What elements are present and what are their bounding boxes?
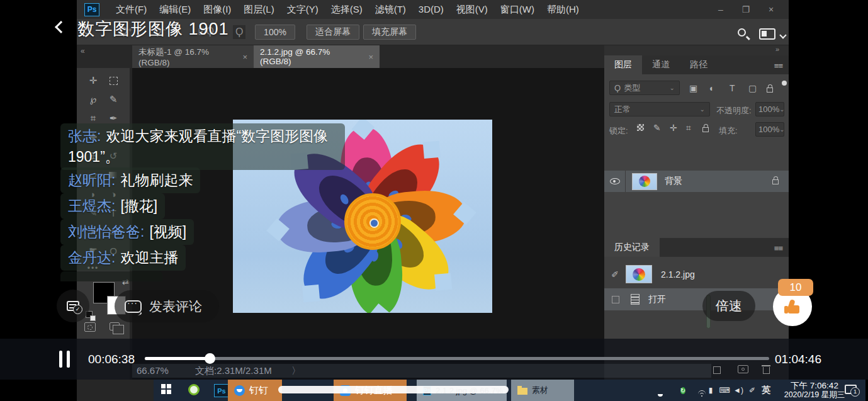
input-method-indicator[interactable]: 英 <box>759 385 773 396</box>
menu-help[interactable]: 帮助(H) <box>541 0 585 19</box>
hardware-icon[interactable]: ⌨ <box>718 386 731 395</box>
layer-visibility-cell[interactable] <box>604 171 626 192</box>
lock-transparent-icon[interactable] <box>637 124 644 131</box>
usb-device-icon[interactable]: ▮ <box>704 386 718 395</box>
quick-mask-icon[interactable] <box>84 322 96 332</box>
seek-bar[interactable] <box>145 357 769 360</box>
lock-all-icon[interactable] <box>702 124 709 134</box>
chat-username[interactable]: 刘恺怡爸爸: <box>68 223 144 240</box>
browser-icon[interactable] <box>188 384 200 395</box>
blend-mode-value: 正常 <box>614 104 631 115</box>
restore-icon[interactable]: ❐ <box>733 4 758 14</box>
chat-text: [撒花] <box>120 198 157 214</box>
menu-file[interactable]: 文件(F) <box>110 0 153 19</box>
taskbar-clock[interactable]: 下午 7:06:42 2020/2/19 星期三 <box>777 381 852 399</box>
menu-edit[interactable]: 编辑(E) <box>153 0 197 19</box>
menu-window[interactable]: 窗口(W) <box>494 0 541 19</box>
minimize-icon[interactable]: – <box>708 4 733 14</box>
tab-layers[interactable]: 图层 <box>604 55 642 74</box>
menu-select[interactable]: 选择(S) <box>325 0 369 19</box>
chat-text: 礼物刷起来 <box>120 172 193 188</box>
taskbar-dingtalk-button[interactable]: 钉钉 <box>228 380 282 401</box>
menu-filter[interactable]: 滤镜(T) <box>369 0 412 19</box>
lock-artboard-icon[interactable]: ⌗ <box>686 123 691 133</box>
taskbar-material-folder-button[interactable]: 素材 <box>511 380 574 401</box>
panel-menu-icon[interactable]: ≡≡ <box>774 244 782 257</box>
history-checkbox[interactable] <box>612 296 619 303</box>
quick-selection-tool-icon[interactable]: ✎ <box>106 92 121 107</box>
new-snapshot-camera-icon[interactable] <box>738 365 748 373</box>
menu-3d[interactable]: 3D(D) <box>412 0 450 19</box>
menu-layer[interactable]: 图层(L) <box>237 0 280 19</box>
new-doc-from-state-icon[interactable] <box>713 365 721 376</box>
tray-sync-icon[interactable]: ↻ <box>676 386 690 395</box>
layer-row-background[interactable]: 背景 <box>604 171 789 192</box>
tab-history[interactable]: 历史记录 <box>604 238 660 257</box>
zoom-100-button[interactable]: 100% <box>255 25 295 40</box>
back-button-icon[interactable] <box>55 21 67 33</box>
pause-button-icon[interactable] <box>67 351 70 368</box>
layer-filter-select[interactable]: Ϙ 类型 ⌄ <box>609 81 680 95</box>
layout-switch-icon[interactable] <box>759 28 775 40</box>
total-duration: 01:04:46 <box>775 353 821 366</box>
status-zoom-value[interactable]: 66.67% <box>137 365 169 376</box>
filter-adjustment-layers-icon[interactable]: ◐ <box>709 83 714 93</box>
close-icon[interactable]: × <box>758 4 784 14</box>
taskbar-scroll-pill[interactable] <box>278 386 509 393</box>
pen-input-icon[interactable]: ✐ <box>745 386 759 395</box>
speaker-icon[interactable]: ◄) <box>731 386 745 395</box>
seek-bar-handle[interactable] <box>205 353 215 364</box>
fill-screen-button[interactable]: 填充屏幕 <box>363 25 416 40</box>
fit-screen-button[interactable]: 适合屏幕 <box>307 25 359 40</box>
menu-image[interactable]: 图像(I) <box>197 0 237 19</box>
tab-channels[interactable]: 通道 <box>642 55 680 74</box>
marquee-tool-icon[interactable] <box>106 73 121 88</box>
tab-close-icon[interactable]: × <box>368 52 373 62</box>
fill-input[interactable]: 100% ⌄ <box>755 122 784 137</box>
chat-username[interactable]: 王煜杰: <box>68 198 115 214</box>
post-comment-button[interactable]: 发表评论 <box>115 290 219 322</box>
history-step-open-row[interactable]: 打开 <box>604 288 789 310</box>
move-tool-icon[interactable]: ✛ <box>86 73 101 88</box>
search-icon[interactable] <box>738 28 746 37</box>
filter-shape-layers-icon[interactable]: ▢ <box>748 83 757 93</box>
filter-smart-objects-icon[interactable] <box>767 84 773 94</box>
chat-list-toggle-button[interactable] <box>57 290 89 322</box>
filter-toggle-dot-icon[interactable] <box>782 81 787 86</box>
tab-212jpg[interactable]: 2.1.2.jpg @ 66.7%(RGB/8) × <box>254 45 380 68</box>
history-brush-source-icon[interactable]: ✐ <box>604 269 626 280</box>
filter-type-layers-icon[interactable]: T <box>730 83 735 93</box>
ps-menus: 文件(F) 编辑(E) 图像(I) 图层(L) 文字(Y) 选择(S) 滤镜(T… <box>110 0 585 19</box>
lasso-tool-icon[interactable]: ℘ <box>86 92 101 107</box>
menu-view[interactable]: 视图(V) <box>450 0 494 19</box>
opacity-input[interactable]: 100% ⌄ <box>755 102 784 116</box>
pause-button-icon[interactable] <box>59 351 62 368</box>
tab-paths[interactable]: 路径 <box>680 55 718 74</box>
lock-position-icon[interactable]: ✛ <box>670 123 677 133</box>
notification-center-icon[interactable] <box>845 385 857 394</box>
history-snapshot-row[interactable]: ✐ 2.1.2.jpg <box>604 263 789 285</box>
panel-collapse-icon[interactable]: » <box>775 45 779 53</box>
status-chevron-icon[interactable]: 〉 <box>291 365 301 377</box>
menu-type[interactable]: 文字(Y) <box>281 0 325 19</box>
playback-speed-button[interactable]: 倍速 <box>702 291 755 321</box>
thumbs-up-icon <box>784 300 801 313</box>
layer-thumbnail[interactable] <box>632 173 657 190</box>
chat-username[interactable]: 金丹达: <box>68 249 115 266</box>
blend-mode-select[interactable]: 正常 ⌄ <box>609 102 710 116</box>
toolbar-collapse-icon[interactable]: « <box>81 47 85 55</box>
panel-menu-icon[interactable]: ≡≡ <box>774 61 782 74</box>
lock-image-icon[interactable]: ✎ <box>653 123 661 133</box>
clock-time: 下午 7:06:42 <box>777 381 852 390</box>
tab-untitled-1[interactable]: 未标题-1 @ 16.7%(RGB/8) × <box>132 45 254 68</box>
start-button-icon[interactable] <box>161 384 171 394</box>
tab-close-icon[interactable]: × <box>242 52 247 62</box>
screen-mode-icon[interactable] <box>110 322 120 330</box>
scrubby-zoom-icon[interactable]: Ϙ <box>233 25 245 39</box>
photoshop-taskbar-icon[interactable]: Ps <box>214 384 229 397</box>
filter-pixel-layers-icon[interactable]: ▣ <box>689 83 697 93</box>
pinwheel-center <box>344 193 401 250</box>
chat-username[interactable]: 张志: <box>68 128 101 144</box>
chat-username[interactable]: 赵昕阳: <box>68 172 115 188</box>
delete-state-trash-icon[interactable] <box>763 365 770 376</box>
